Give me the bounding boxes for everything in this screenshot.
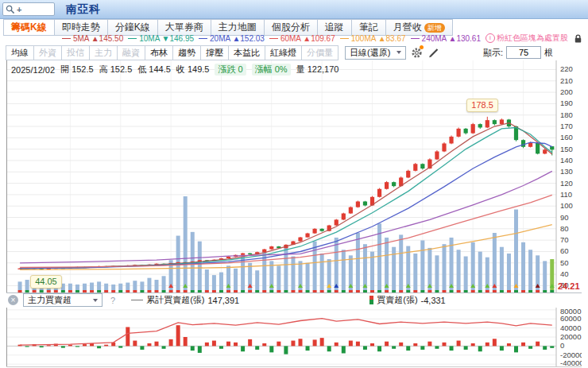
info-date: 2025/12/02 — [11, 65, 55, 75]
ma-line-swatch — [269, 38, 278, 39]
indicator-bar-chart[interactable]: 800006000040000200000-20000-40000 — [6, 308, 582, 366]
toolbar-button-本益比[interactable]: 本益比 — [228, 45, 265, 60]
search-icon — [6, 5, 15, 14]
pencil-icon — [427, 47, 439, 59]
high-price-tooltip: 178.5 — [466, 99, 498, 112]
chevron-down-icon — [397, 51, 401, 54]
toolbar-button-紅綠燈[interactable]: 紅綠燈 — [265, 45, 302, 60]
period-select-value: 日線(還原) — [350, 47, 390, 59]
ma-line-swatch — [62, 38, 71, 39]
line-swatch — [131, 300, 143, 300]
toolbar-button-撐壓[interactable]: 撐壓 — [200, 45, 229, 60]
display-count-group: 顯示: 根 — [483, 46, 553, 59]
toolbar-button-趨勢[interactable]: 趨勢 — [172, 45, 201, 60]
svg-text:60: 60 — [560, 246, 569, 255]
pink-block-note: i 粉紅色區塊為處置股 — [485, 33, 568, 44]
period-select[interactable]: 日線(還原) — [345, 46, 406, 60]
low-price-tooltip: 44.05 — [30, 275, 62, 289]
stock-name: 南亞科 — [66, 2, 101, 17]
toolbar-button-融資[interactable]: 融資 — [117, 45, 145, 60]
cumulative-legend: 累計買賣超(張) 147,391 — [131, 294, 239, 306]
settings-button[interactable] — [411, 47, 423, 59]
ma-legend-item: 10MA ▼146.95 — [128, 34, 194, 43]
svg-text:50: 50 — [560, 258, 569, 267]
svg-text:160: 160 — [560, 133, 573, 141]
info-icon: i — [485, 33, 495, 43]
change-chip: 漲跌 0 — [215, 64, 246, 76]
ma-label: 60MA ▲109.67 — [280, 34, 335, 43]
svg-text:40: 40 — [560, 269, 569, 278]
net-buy-legend: 買賣超(張) -4,331 — [369, 294, 446, 306]
svg-text:140: 140 — [560, 156, 573, 165]
svg-text:40000: 40000 — [560, 323, 581, 332]
svg-text:190: 190 — [560, 99, 573, 107]
chart-toolbar-buttons: 均線外資投信主力融資布林趨勢撐壓本益比紅綠燈分價量 — [6, 45, 338, 60]
indicator-chart-svg: 800006000040000200000-20000-40000 — [6, 308, 582, 366]
indicator-panel-header: × 主力買賣超 ? 累計買賣超(張) 147,391 買賣超(張) -4,331 — [8, 293, 556, 307]
chevron-down-icon — [93, 299, 98, 302]
bottom-border — [6, 366, 582, 367]
tab-籌碼K線[interactable]: 籌碼K線 — [3, 19, 55, 36]
lock-icon[interactable] — [573, 33, 583, 44]
ma-label: 10MA ▼146.95 — [139, 34, 194, 43]
chart-toolbar: 均線外資投信主力融資布林趨勢撐壓本益比紅綠燈分價量 日線(還原) 顯示: 根 — [6, 45, 582, 60]
indicator-select[interactable]: 主力買賣超 — [23, 293, 103, 307]
draw-button[interactable] — [427, 47, 439, 59]
svg-text:110: 110 — [560, 190, 572, 199]
main-chart-svg: 2202102001901801701601501401301201101009… — [6, 60, 582, 292]
svg-text:220: 220 — [560, 64, 573, 73]
svg-text:90: 90 — [560, 213, 569, 222]
info-low: 低 144.5 — [137, 64, 171, 76]
tab-label: 籌碼K線 — [11, 21, 47, 34]
display-count-input[interactable] — [506, 46, 541, 59]
svg-text:130: 130 — [560, 167, 573, 176]
ma-line-swatch — [199, 38, 207, 39]
ma-line-swatch — [128, 38, 137, 39]
svg-text:60000: 60000 — [560, 314, 581, 323]
ma-legend: 5MA ▲145.5010MA ▼146.9520MA ▲152.0360MA … — [62, 33, 583, 44]
svg-text:150: 150 — [560, 145, 573, 153]
display-unit: 根 — [544, 47, 553, 59]
main-candlestick-chart[interactable]: 2202102001901801701601501401301201101009… — [6, 60, 582, 292]
bar-swatch — [369, 296, 373, 304]
info-high: 高 152.5 — [99, 64, 133, 76]
display-label: 顯示: — [483, 47, 503, 59]
pink-block-note-text: 粉紅色區塊為處置股 — [497, 33, 568, 44]
svg-text:24.21: 24.21 — [558, 281, 580, 291]
add-stock-icon[interactable]: + — [17, 6, 21, 14]
toolbar-button-投信[interactable]: 投信 — [61, 45, 90, 60]
svg-text:80: 80 — [560, 224, 569, 233]
help-icon[interactable]: ? — [110, 296, 115, 305]
ohlc-info-bar: 2025/12/02 開 152.5 高 152.5 低 144.5 收 149… — [11, 64, 338, 76]
toolbar-button-外資[interactable]: 外資 — [33, 45, 62, 60]
tab-badge: 新增 — [424, 23, 445, 33]
svg-text:70: 70 — [560, 235, 569, 244]
info-volume: 量 122,170 — [296, 64, 339, 76]
svg-text:200: 200 — [560, 87, 573, 96]
toolbar-button-分價量[interactable]: 分價量 — [301, 45, 338, 60]
toolbar-button-布林[interactable]: 布林 — [145, 45, 173, 60]
change-pct-chip: 漲幅 0% — [252, 64, 291, 76]
svg-text:100: 100 — [560, 201, 573, 210]
svg-text:170: 170 — [560, 122, 573, 130]
svg-text:180: 180 — [560, 110, 573, 119]
stock-search-box[interactable]: + — [2, 2, 55, 16]
notification-dot — [420, 45, 424, 49]
ma-label: 5MA ▲145.50 — [73, 34, 123, 43]
ma-legend-item: 100MA ▲83.67 — [340, 34, 406, 43]
ma-label: 20MA ▲152.03 — [210, 34, 265, 43]
toolbar-button-均線[interactable]: 均線 — [6, 45, 34, 60]
info-close: 收 149.5 — [176, 64, 210, 76]
svg-text:0: 0 — [560, 341, 564, 350]
indicator-select-value: 主力買賣超 — [28, 294, 72, 306]
toolbar-button-主力[interactable]: 主力 — [89, 45, 118, 60]
ma-line-swatch — [340, 38, 349, 39]
top-bar: + 南亞科 — [0, 0, 588, 19]
ma-legend-items: 5MA ▲145.5010MA ▼146.9520MA ▲152.0360MA … — [62, 34, 481, 43]
ma-label: 240MA ▲130.61 — [422, 34, 481, 43]
svg-text:120: 120 — [560, 179, 573, 188]
ma-legend-item: 20MA ▲152.03 — [199, 34, 265, 43]
close-indicator-button[interactable]: × — [8, 295, 18, 305]
ma-label: 100MA ▲83.67 — [351, 34, 406, 43]
ma-legend-item: 60MA ▲109.67 — [269, 34, 335, 43]
